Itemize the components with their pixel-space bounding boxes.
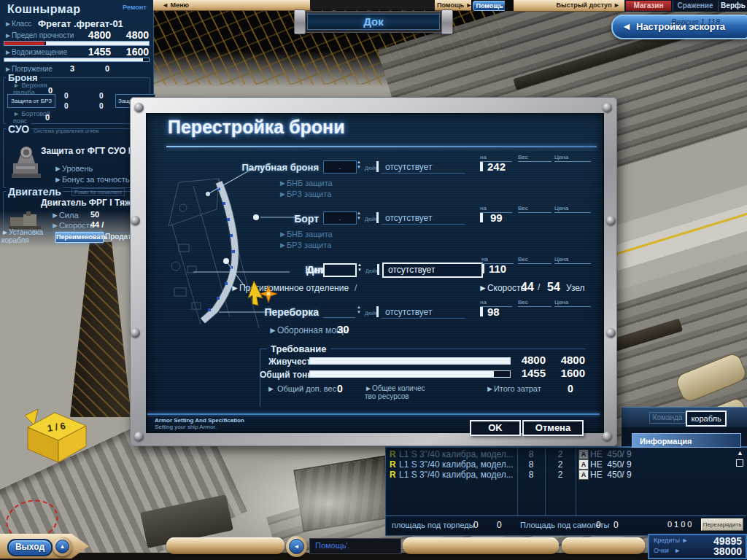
bottom-armor-spinner[interactable]: ▲▼: [357, 262, 362, 273]
weapon-row[interactable]: R L1 S 3"/40 калибра, модел... 8 2 A HE …: [386, 470, 746, 480]
side-armor-input[interactable]: .: [323, 211, 357, 225]
side-armor-value: 99: [490, 211, 503, 224]
speed-current: 44: [521, 281, 534, 294]
engine-speed-label: ►Скорость: [51, 221, 93, 230]
tab-crew[interactable]: Команда: [649, 412, 686, 424]
row-divider: [376, 212, 379, 223]
value-bracket: [480, 162, 483, 171]
help-menu-strip: Помощь ►: [435, 0, 471, 11]
weapon-qty: 8: [518, 459, 544, 470]
scroll-box-icon[interactable]: [736, 459, 743, 467]
torpedo-area-label: площадь под торпеды: [392, 521, 475, 529]
back-arrow-icon: ◄: [622, 20, 632, 32]
side-tabs-strip: Команда корабль: [622, 407, 747, 428]
chat-input[interactable]: Помощь'.: [309, 538, 401, 554]
reload-button[interactable]: Перезарядить: [701, 518, 743, 531]
belt-value: 0: [45, 113, 50, 122]
counter-value: 0100: [667, 520, 694, 529]
dialog-footer-title: Armor Setting And Specification: [155, 417, 244, 424]
bulkhead-spinner[interactable]: ▲▼: [357, 305, 361, 315]
displacement-current: 1455: [76, 46, 111, 58]
deck-armor-spinner[interactable]: ▲▼: [357, 160, 361, 170]
tab-battle[interactable]: Сражение: [673, 1, 717, 11]
ammo-type-icon: A: [578, 449, 589, 459]
scroll-up-icon[interactable]: ▲: [737, 449, 743, 456]
menu-button[interactable]: ◄ Меню: [162, 1, 189, 9]
class-label: ►Класс: [4, 20, 31, 28]
col-weight-header: Вес: [518, 256, 551, 264]
class-value: Фрегат .фрегат-01: [38, 18, 123, 29]
brz-protection-box[interactable]: Защита от БРЗ: [7, 94, 55, 108]
plaque-cap-right: [441, 9, 453, 34]
tab-shop[interactable]: Магазин: [626, 1, 671, 11]
install-ship-label: ►Установкакорабля: [1, 228, 43, 244]
weapon-mounts: 2: [546, 470, 575, 480]
chat-text: Помощь'.: [315, 541, 350, 550]
quick-access-button[interactable]: Быстрый доступ ►: [557, 1, 620, 9]
bottom-armor-dropdown[interactable]: отсутствует: [382, 262, 483, 278]
weapon-ammo: HE 450/ 9: [590, 449, 632, 459]
bulkhead-dropdown[interactable]: отсутствует: [381, 306, 465, 319]
col-price-header: Цена: [554, 205, 591, 213]
help-menu[interactable]: Помощь ►: [437, 1, 472, 9]
weapon-name: L1 S 3"/40 калибра, модел...: [399, 449, 514, 459]
ok-button[interactable]: OK: [470, 420, 521, 436]
tab-wharf[interactable]: Верфь: [718, 1, 747, 11]
screw-icon: [606, 216, 616, 225]
bulkhead-value: 98: [487, 306, 500, 318]
engine-item: Двигатель ФРГ I Тяжел: [41, 198, 142, 208]
bottom-bar: Выход ▲ ◄ Помощь'. Кредиты ► 49895 Очки …: [0, 532, 747, 560]
weapon-prefix: R: [390, 449, 396, 459]
defense-power-label: ►Оборонная мощь: [268, 325, 348, 335]
ammo-type-icon: A: [578, 470, 589, 480]
deck-armor-input[interactable]: .: [323, 160, 357, 174]
plane-area-value-2: 0: [614, 520, 619, 530]
bulkhead-input[interactable]: [323, 306, 355, 318]
bottom-armor-input[interactable]: [323, 263, 357, 277]
cancel-button[interactable]: Отмена: [522, 420, 584, 436]
plaque-cap-left: [294, 9, 306, 34]
version-label: Версия 1.118: [671, 18, 720, 26]
crane-tower-lattice: [70, 242, 131, 417]
dock-slot-marker[interactable]: 1 / 6: [15, 400, 93, 472]
rename-button[interactable]: Переименовать: [55, 232, 104, 243]
extra-weight-label: ► Общий доп. вес: [267, 384, 336, 393]
fcs-title: СУО: [6, 123, 31, 135]
requirements-title: Требование: [267, 343, 330, 354]
durability-label: ►Предел прочности: [4, 31, 74, 39]
row-divider: [376, 161, 379, 172]
expand-up-button[interactable]: ▲: [53, 537, 72, 556]
screw-icon: [603, 432, 612, 441]
weapon-row[interactable]: R L1 S 3"/40 калибра, модел... 8 2 A HE …: [386, 449, 746, 459]
weapon-qty: 8: [518, 470, 544, 480]
displacement-label: ►Водоизмещение: [4, 48, 67, 56]
brz-value-2: 0: [99, 92, 104, 100]
bottom-armor-value: 110: [489, 262, 506, 275]
resources-label: ►Общее количество ресурсов: [365, 384, 425, 400]
side-armor-dropdown[interactable]: отсутствует: [381, 212, 465, 225]
engine-title: Двигатель: [6, 186, 63, 198]
fcs-item: Защита от ФГТ СУО I A: [41, 146, 139, 156]
col-weight-header: Вес: [518, 154, 551, 162]
info-panel-header: Информация: [632, 433, 741, 448]
deck-armor-dropdown[interactable]: отсутствует: [381, 161, 465, 174]
sell-button[interactable]: Продат: [105, 233, 131, 241]
brz-value-4: 0: [99, 102, 104, 110]
fcs-level-label: ►Уровень: [54, 164, 93, 173]
deck-armor-label: Палубная броня: [239, 162, 319, 173]
repair-link[interactable]: Ремонт: [123, 4, 147, 11]
dialog-footer-subtitle: Setting your ship Armor.: [155, 424, 217, 430]
chat-prev-button[interactable]: ◄: [286, 536, 307, 557]
weapon-ammo: HE 450/ 9: [590, 459, 632, 470]
brz-value-1: 0: [64, 92, 69, 100]
tab-ship[interactable]: корабль: [686, 411, 727, 427]
weapon-row[interactable]: R L1 S 3"/40 калибра, модел... 8 2 A HE …: [386, 459, 746, 470]
bnb-protection-label: ►БНБ защита: [279, 230, 333, 238]
speed-unit: Узел: [566, 283, 585, 293]
exit-button[interactable]: Выход: [7, 539, 53, 556]
side-armor-spinner[interactable]: ▲▼: [357, 211, 361, 221]
help-button[interactable]: Помощь: [473, 1, 506, 11]
topbar-dark-strip: [310, 0, 435, 10]
weapon-ammo: HE 450/ 9: [590, 470, 632, 480]
engine-power-label: ►Сила: [51, 211, 79, 219]
